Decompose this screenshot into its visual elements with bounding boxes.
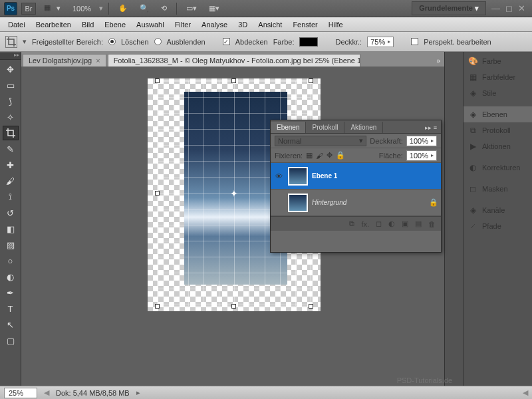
panel-stile[interactable]: ◈Stile	[464, 85, 532, 101]
crop-tool[interactable]	[3, 126, 19, 140]
visibility-icon[interactable]: 👁	[273, 171, 284, 182]
toolbox-header[interactable]	[0, 53, 21, 60]
layer-name[interactable]: Hintergrund	[312, 199, 425, 206]
link-layers-icon[interactable]: ⧉	[349, 219, 354, 228]
move-tool[interactable]: ✥	[3, 62, 19, 76]
crop-handle[interactable]	[155, 191, 160, 196]
panel-menu-icon[interactable]: ▸▸ ≡	[421, 122, 441, 133]
panel-kanale[interactable]: ◈Kanäle	[464, 202, 532, 218]
tab-aktionen[interactable]: Aktionen	[344, 122, 383, 133]
mask-icon[interactable]: ◻	[376, 219, 382, 228]
panel-farbe[interactable]: 🎨Farbe	[464, 53, 532, 69]
crop-handle[interactable]	[155, 78, 160, 83]
workspace-switcher[interactable]: Grundelemente ▾	[412, 1, 486, 15]
layer-thumbnail[interactable]	[288, 167, 308, 186]
mask-icon: ◻	[467, 184, 478, 194]
layer-thumbnail[interactable]	[288, 194, 308, 212]
panel-farbfelder[interactable]: ▦Farbfelder	[464, 69, 532, 85]
brush-tool[interactable]: 🖌	[3, 174, 19, 188]
menu-analyse[interactable]: Analyse	[196, 19, 233, 31]
heal-tool[interactable]: ✚	[3, 158, 19, 172]
menu-ebene[interactable]: Ebene	[99, 19, 131, 31]
collapsed-dock[interactable]	[444, 52, 463, 386]
panel-pfade[interactable]: ⟋Pfade	[464, 218, 532, 234]
lock-all-icon[interactable]: 🔒	[336, 151, 345, 160]
crop-handle[interactable]	[155, 304, 160, 309]
lock-pixels-icon[interactable]: 🖌	[316, 152, 323, 160]
crop-handle[interactable]	[231, 78, 236, 83]
view-arrange-button[interactable]: ▦▾	[40, 2, 65, 15]
panel-korrekturen[interactable]: ◐Korrekturen	[464, 160, 532, 176]
new-layer-icon[interactable]: ▤	[415, 219, 422, 228]
zoom-level[interactable]: 100%	[68, 3, 95, 14]
menu-bearbeiten[interactable]: Bearbeiten	[31, 19, 76, 31]
tabs-overflow-icon[interactable]: »	[432, 55, 444, 66]
shield-checkbox[interactable]: ✓	[223, 38, 230, 45]
window-controls[interactable]: —◻✕	[489, 3, 528, 13]
pen-tool[interactable]: ✒	[3, 285, 19, 300]
rotate-view-icon[interactable]: ⟲	[157, 3, 171, 14]
eraser-tool[interactable]: ◧	[3, 221, 19, 236]
doc-tab-2[interactable]: Fotolia_1362838_M - © Oleg Matyukhov - F…	[108, 54, 360, 66]
layer-name[interactable]: Ebene 1	[312, 172, 438, 180]
zoom-tool-icon[interactable]: 🔍	[136, 3, 153, 14]
color-label: Farbe:	[273, 38, 295, 46]
lasso-tool[interactable]: ⟆	[3, 94, 19, 108]
menu-auswahl[interactable]: Auswahl	[131, 19, 170, 31]
history-brush-tool[interactable]: ↺	[3, 205, 19, 220]
crop-handle[interactable]	[309, 304, 313, 309]
zoom-field[interactable]: 25%	[4, 388, 37, 398]
menu-datei[interactable]: Datei	[3, 19, 31, 31]
panel-aktionen[interactable]: ▶Aktionen	[464, 138, 532, 154]
menu-ansicht[interactable]: Ansicht	[253, 19, 287, 31]
crop-handle[interactable]	[309, 78, 313, 83]
opacity-field[interactable]: 75%▸	[367, 37, 394, 47]
blend-mode-select[interactable]: Normal▾	[275, 136, 366, 146]
panel-protokoll[interactable]: ⧉Protokoll	[464, 122, 532, 138]
layer-row[interactable]: 👁 Ebene 1	[271, 163, 441, 190]
close-icon[interactable]: ×	[96, 57, 100, 65]
hide-radio[interactable]	[154, 38, 162, 45]
options-bar: ▾ Freigestellter Bereich: Löschen Ausble…	[0, 32, 532, 52]
bridge-button[interactable]: Br	[21, 3, 36, 15]
hand-tool-icon[interactable]: ✋	[114, 3, 132, 14]
lock-position-icon[interactable]: ✥	[327, 151, 332, 160]
delete-radio[interactable]	[108, 38, 116, 45]
shape-tool[interactable]: ▢	[3, 333, 19, 348]
gradient-tool[interactable]: ▨	[3, 237, 19, 252]
wand-tool[interactable]: ✧	[3, 110, 19, 124]
panel-ebenen[interactable]: ◈Ebenen	[464, 106, 532, 122]
tab-ebenen[interactable]: Ebenen	[271, 122, 306, 133]
eyedropper-tool[interactable]: ✎	[3, 142, 19, 156]
layer-fill-field[interactable]: 100%▸	[406, 150, 437, 161]
menu-fenster[interactable]: Fenster	[287, 19, 323, 31]
perspective-checkbox[interactable]	[411, 38, 418, 45]
layer-row[interactable]: Hintergrund 🔒	[271, 190, 441, 216]
panel-masken[interactable]: ◻Masken	[464, 181, 532, 197]
fx-icon[interactable]: fx.	[361, 220, 369, 228]
arrange-docs-button[interactable]: ▦▾	[205, 3, 223, 14]
doc-tab-1[interactable]: Lev Dolgatshjov.jpg×	[23, 54, 106, 66]
menu-filter[interactable]: Filter	[170, 19, 196, 31]
layer-opacity-field[interactable]: 100%▸	[406, 136, 437, 146]
screen-mode-button[interactable]: ▭▾	[182, 3, 201, 14]
path-select-tool[interactable]: ↖	[3, 317, 19, 332]
menu-bild[interactable]: Bild	[76, 19, 99, 31]
crop-handle[interactable]	[231, 304, 236, 309]
menu-3d[interactable]: 3D	[233, 19, 253, 31]
adjustment-icon[interactable]: ◐	[388, 219, 395, 228]
visibility-icon[interactable]	[273, 198, 284, 208]
marquee-tool[interactable]: ▭	[3, 78, 19, 92]
shield-color-swatch[interactable]	[299, 37, 318, 47]
menu-hilfe[interactable]: Hilfe	[323, 19, 348, 31]
stamp-tool[interactable]: ⟟	[3, 190, 19, 204]
dodge-tool[interactable]: ◐	[3, 269, 19, 284]
blur-tool[interactable]: ○	[3, 253, 19, 268]
layers-panel[interactable]: Ebenen Protokoll Aktionen ▸▸ ≡ Normal▾ D…	[270, 120, 442, 253]
app-logo: Ps	[4, 2, 17, 15]
type-tool[interactable]: T	[3, 301, 19, 316]
tab-protokoll[interactable]: Protokoll	[306, 122, 344, 133]
group-icon[interactable]: ▣	[402, 219, 408, 228]
trash-icon[interactable]: 🗑	[428, 220, 436, 228]
lock-transparency-icon[interactable]: ▦	[306, 151, 313, 160]
